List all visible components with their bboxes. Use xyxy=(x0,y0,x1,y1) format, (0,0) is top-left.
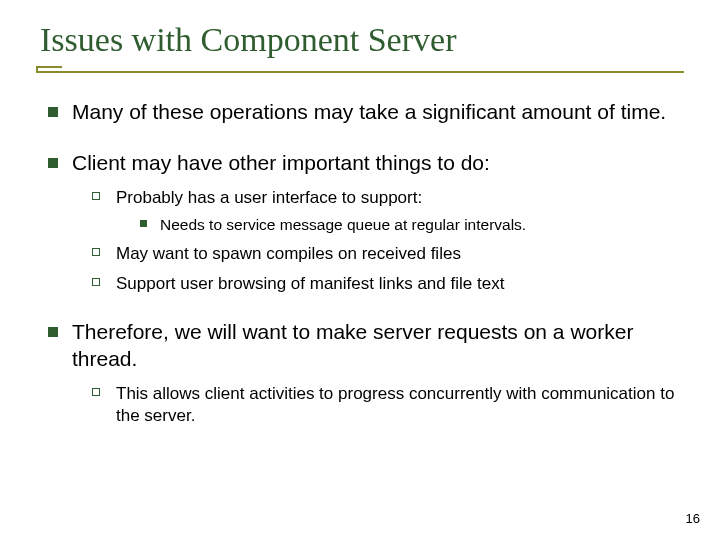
list-item: Support user browsing of manifest links … xyxy=(90,273,676,295)
bullet-text: Therefore, we will want to make server r… xyxy=(72,320,633,370)
bullet-text: Many of these operations may take a sign… xyxy=(72,100,666,123)
list-item: Probably has a user interface to support… xyxy=(90,187,676,235)
bullet-list: Needs to service message queue at regula… xyxy=(116,215,676,235)
bullet-text: Client may have other important things t… xyxy=(72,151,490,174)
list-item: Needs to service message queue at regula… xyxy=(138,215,676,235)
slide-body: Many of these operations may take a sign… xyxy=(36,75,684,427)
bullet-text: This allows client activities to progres… xyxy=(116,384,674,425)
bullet-text: May want to spawn compiles on received f… xyxy=(116,244,461,263)
bullet-list: This allows client activities to progres… xyxy=(72,383,676,427)
bullet-text: Needs to service message queue at regula… xyxy=(160,216,526,233)
bullet-text: Support user browsing of manifest links … xyxy=(116,274,504,293)
list-item: Client may have other important things t… xyxy=(44,150,676,295)
list-item: This allows client activities to progres… xyxy=(90,383,676,427)
title-wrap: Issues with Component Server xyxy=(36,18,684,65)
page-number: 16 xyxy=(686,511,700,526)
slide: Issues with Component Server Many of the… xyxy=(0,0,720,540)
bullet-list: Many of these operations may take a sign… xyxy=(44,99,676,427)
list-item: Many of these operations may take a sign… xyxy=(44,99,676,126)
bullet-list: Probably has a user interface to support… xyxy=(72,187,676,295)
bullet-text: Probably has a user interface to support… xyxy=(116,188,422,207)
title-rule xyxy=(36,69,684,75)
list-item: Therefore, we will want to make server r… xyxy=(44,319,676,427)
list-item: May want to spawn compiles on received f… xyxy=(90,243,676,265)
slide-title: Issues with Component Server xyxy=(40,20,680,59)
